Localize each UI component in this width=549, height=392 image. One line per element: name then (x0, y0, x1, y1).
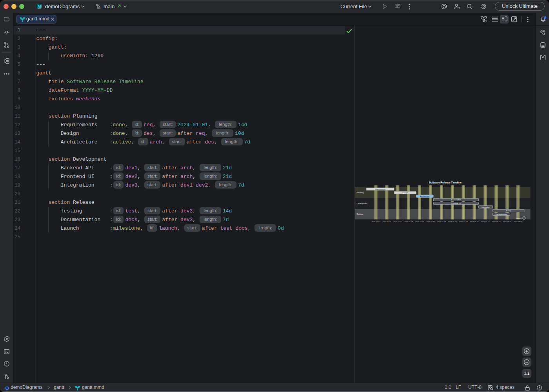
svg-text:2024-02-04: 2024-02-04 (415, 221, 424, 223)
svg-text:2024-01-14: 2024-01-14 (382, 221, 391, 223)
svg-text:Architecture: Architecture (420, 195, 430, 197)
svg-text:Testing: Testing (506, 210, 511, 212)
svg-text:2024-03-17: 2024-03-17 (481, 221, 490, 223)
svg-text:2024-02-18: 2024-02-18 (437, 221, 446, 223)
svg-text:2024-03-03: 2024-03-03 (459, 221, 468, 223)
svg-text:Requirements: Requirements (375, 188, 386, 190)
svg-text:2024-03-24: 2024-03-24 (492, 221, 501, 223)
svg-text:Backend API: Backend API (451, 199, 461, 201)
svg-text:2024-01-07: 2024-01-07 (371, 221, 380, 223)
svg-text:2024-02-25: 2024-02-25 (448, 221, 457, 223)
svg-text:Planning: Planning (357, 192, 364, 194)
svg-text:2024-01-21: 2024-01-21 (393, 221, 402, 223)
svg-text:2024-02-11: 2024-02-11 (426, 221, 435, 223)
svg-text:2024-04-07: 2024-04-07 (514, 221, 523, 223)
svg-text:Development: Development (357, 203, 368, 205)
svg-text:2024-03-31: 2024-03-31 (503, 221, 512, 223)
svg-text:Integration: Integration (482, 206, 490, 208)
svg-text:Release: Release (357, 213, 364, 215)
svg-text:2024-01-28: 2024-01-28 (404, 221, 413, 223)
svg-text:Software Release Timeline: Software Release Timeline (429, 181, 461, 184)
svg-text:Launch: Launch (516, 217, 522, 219)
svg-text:Documentation: Documentation (496, 213, 507, 215)
svg-text:Frontend UI: Frontend UI (451, 202, 460, 204)
svg-text:2024-03-10: 2024-03-10 (470, 221, 479, 223)
svg-text:?: ? (485, 20, 487, 24)
svg-text:Design: Design (402, 192, 408, 194)
